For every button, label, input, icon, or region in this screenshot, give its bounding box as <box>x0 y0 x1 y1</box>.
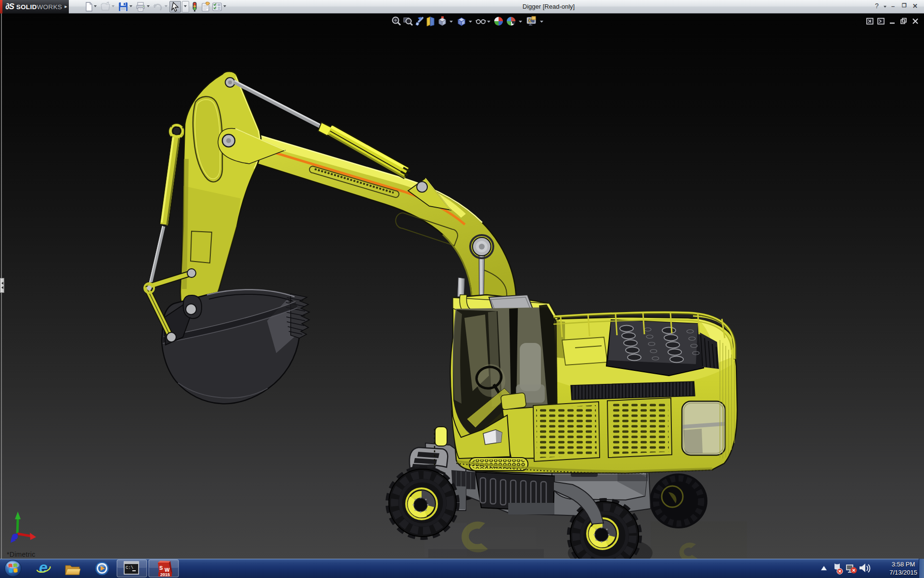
svg-text:C:\: C:\ <box>126 565 133 570</box>
svg-text:2015: 2015 <box>160 572 170 577</box>
svg-text:e: e <box>39 559 48 576</box>
svg-text:S: S <box>159 565 163 571</box>
